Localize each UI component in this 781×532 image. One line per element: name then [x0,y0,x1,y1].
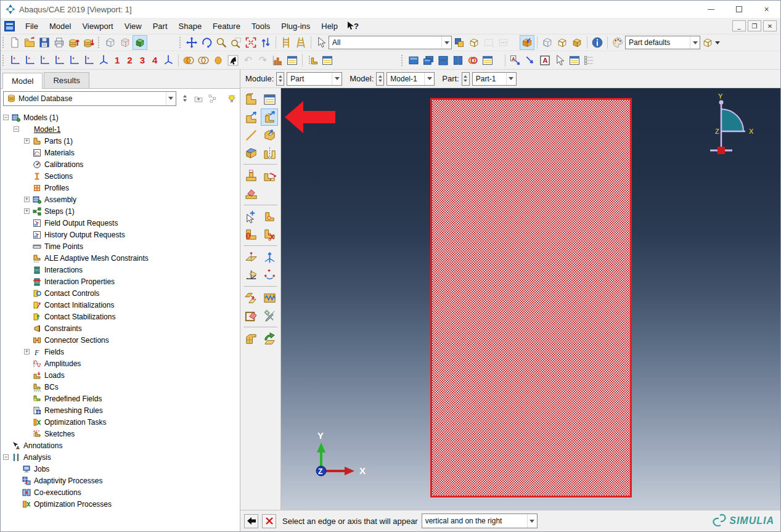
menu-item[interactable]: Part [147,19,173,33]
undo-button[interactable]: ↶ [240,53,255,68]
part-manager-button[interactable] [261,91,278,108]
tree-item[interactable]: Contact Initializations [1,299,240,311]
mdi-restore-button[interactable]: ❐ [748,20,761,31]
tree-item[interactable]: Steps (1) [1,205,240,217]
folder-up-icon[interactable] [193,93,204,104]
minimize-button[interactable] [697,1,725,18]
menu-item[interactable]: Tools [246,19,276,33]
chevron-down-icon[interactable] [690,36,700,49]
tree-item[interactable]: ALE Adaptive Mesh Constraints [1,252,240,264]
menu-item[interactable]: View [119,19,147,33]
viewport-canvas[interactable]: Y Z X Y [281,88,780,510]
geometry-convert-button[interactable] [261,330,278,347]
tree-item[interactable]: Interaction Properties [1,276,240,287]
tree-item[interactable]: Time Points [1,240,240,252]
tree-item[interactable]: Loads [1,369,240,381]
auto-fit-button[interactable] [243,35,258,50]
selection-filter-combo[interactable]: All [329,36,452,49]
create-datum-axis-button[interactable] [261,248,278,266]
box-zoom-button[interactable] [229,35,243,50]
repair-geometry-button[interactable] [242,185,260,202]
copy-part-button[interactable] [261,167,278,184]
tips-lightbulb-icon[interactable] [226,93,237,104]
import-database-button[interactable] [81,35,96,50]
view-right-button[interactable] [81,53,96,68]
tree-item[interactable]: Fields [1,346,240,358]
tree-item[interactable]: Sections [1,170,240,182]
tree-item[interactable]: Optimization Tasks [1,416,240,428]
view-left-button[interactable] [67,53,81,68]
print-button[interactable] [52,35,67,50]
chevron-down-icon[interactable] [527,514,537,528]
open-button[interactable] [22,35,37,50]
tree-item[interactable]: Sketches [1,428,240,440]
previous-step-button[interactable] [244,514,258,528]
tree-item[interactable]: Materials [1,147,240,158]
tree-spinner[interactable] [179,93,190,104]
tree-item[interactable]: Optimization Processes [1,498,240,510]
create-cell-button[interactable] [242,144,260,162]
tree-item[interactable]: Co-executions [1,486,240,498]
undo-display-button[interactable] [226,53,240,68]
part-display-button[interactable] [467,35,481,50]
intersect-displayed-button[interactable] [211,53,226,68]
create-solid-extrude-button[interactable] [242,108,260,126]
model-spinner[interactable] [376,72,384,86]
chevron-down-icon[interactable] [424,73,434,85]
tree-item[interactable]: Field Output Requests [1,217,240,229]
chevron-down-icon[interactable] [441,36,451,49]
tree-item[interactable]: Annotations [1,440,240,451]
create-shell-extrude-button[interactable] [261,108,278,126]
tree-item[interactable]: Constraints [1,322,240,334]
create-annotation-arrow-button[interactable] [508,53,523,68]
viewport-tile-horizontal-button[interactable] [436,53,451,68]
expand-toggle-icon[interactable] [3,454,9,460]
rotate-view-button[interactable] [199,35,214,50]
export-database-button[interactable] [67,35,81,50]
color-target-button[interactable] [700,35,715,50]
tree-item[interactable]: Predefined Fields [1,393,240,404]
display-group-hollow-button[interactable] [555,35,570,50]
display-group-solid-button[interactable] [570,35,584,50]
part-combo[interactable]: Part-1 [472,72,517,86]
cancel-procedure-button[interactable] [262,514,276,528]
expand-toggle-icon[interactable] [14,126,19,132]
cycle-views-button[interactable] [258,35,273,50]
output-manager-button[interactable] [285,53,300,68]
toolbar-grip[interactable] [98,37,101,48]
delete-feature-button[interactable] [242,307,260,324]
tab-model[interactable]: Model [2,73,43,89]
create-datum-csys-button[interactable] [242,266,260,284]
trim-edge-button[interactable] [261,226,278,243]
viewport-tile-vertical-button[interactable] [451,53,465,68]
menu-item[interactable]: Shape [173,19,208,33]
tree-item[interactable]: Models (1) [1,112,240,123]
color-code-button[interactable] [610,35,625,50]
create-cut-extrude-button[interactable] [261,126,278,144]
edit-annotation-button[interactable] [552,53,567,68]
tree-item[interactable]: BCs [1,381,240,393]
view-iso-button[interactable] [96,53,111,68]
create-mesh-part-button[interactable] [242,330,260,347]
round-vertex-button[interactable] [261,208,278,225]
select-button[interactable] [314,35,329,50]
module-combo[interactable]: Part [287,72,342,86]
create-wire-button[interactable] [242,126,260,144]
view-manipulation-button[interactable] [279,35,293,50]
user-view-button[interactable]: 4 [149,55,161,65]
viewport-cascade-button[interactable] [421,53,436,68]
redo-button[interactable]: ↷ [255,53,270,68]
tree-item[interactable]: Adaptivity Processes [1,475,240,486]
create-spring-button[interactable] [261,289,278,306]
create-arrow-button[interactable] [523,53,538,68]
user-view-button[interactable]: 2 [123,55,136,65]
menu-item[interactable]: Model [44,19,76,33]
new-model-button[interactable] [7,35,22,50]
view-bottom-button[interactable] [52,53,67,68]
mirror-part-button[interactable] [261,144,278,162]
link-viewports-button[interactable] [465,53,480,68]
tree-item[interactable]: Calibrations [1,158,240,170]
field-output-button[interactable] [270,53,285,68]
tree-item[interactable]: Contact Stabilizations [1,311,240,322]
partition-face-button[interactable] [242,289,260,306]
